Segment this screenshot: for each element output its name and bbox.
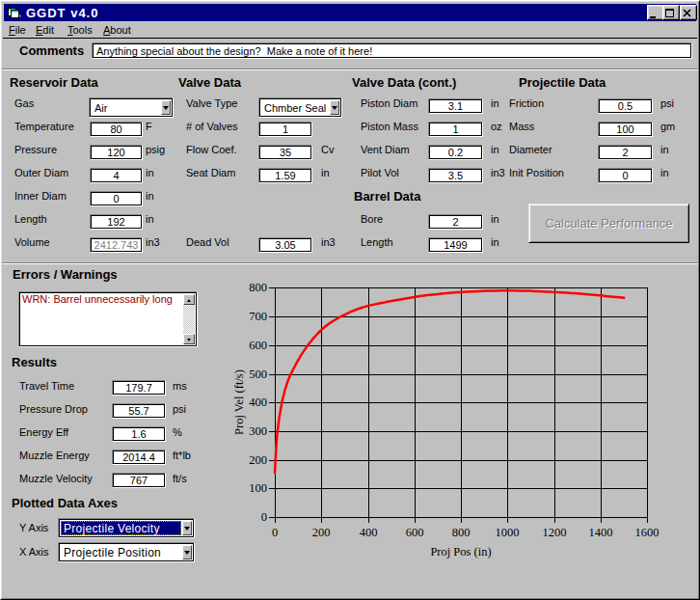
svg-text:800: 800 xyxy=(452,526,471,539)
svg-text:1000: 1000 xyxy=(496,526,520,539)
svg-text:800: 800 xyxy=(249,281,267,294)
svg-text:600: 600 xyxy=(249,339,267,352)
svg-text:400: 400 xyxy=(249,395,267,409)
svg-text:700: 700 xyxy=(249,310,267,323)
svg-text:1600: 1600 xyxy=(635,526,660,539)
svg-text:300: 300 xyxy=(249,424,267,438)
svg-text:0: 0 xyxy=(261,510,267,524)
svg-text:400: 400 xyxy=(360,526,378,539)
svg-text:Proj Pos (in): Proj Pos (in) xyxy=(430,545,491,559)
svg-text:1200: 1200 xyxy=(543,526,567,539)
svg-text:200: 200 xyxy=(312,526,331,539)
svg-text:200: 200 xyxy=(249,453,267,467)
svg-text:0: 0 xyxy=(272,526,278,539)
svg-text:Proj Vel (ft/s): Proj Vel (ft/s) xyxy=(232,369,246,435)
svg-text:100: 100 xyxy=(249,481,267,495)
svg-text:1400: 1400 xyxy=(589,526,613,539)
svg-text:500: 500 xyxy=(249,368,267,381)
svg-text:600: 600 xyxy=(406,526,424,539)
